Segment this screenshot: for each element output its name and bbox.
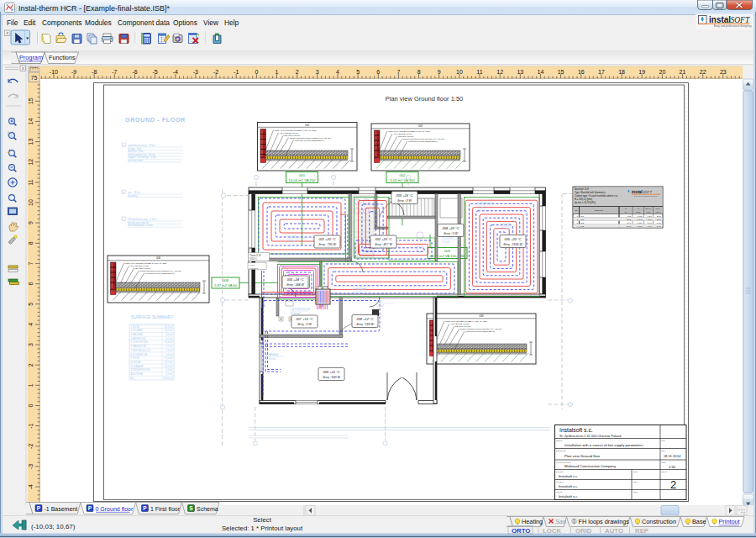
svg-text:ϑreq : 159 W: ϑreq : 159 W bbox=[356, 323, 374, 326]
svg-text:2,9 m2: 2,9 m2 bbox=[165, 353, 173, 356]
svg-text:17: 17 bbox=[598, 69, 605, 75]
svg-text:98,4: 98,4 bbox=[627, 222, 631, 224]
svg-text:*concrete cellular lightweight: *concrete cellular lightweight 60 bbox=[144, 272, 175, 275]
svg-text:31,4 m2: 31,4 m2 bbox=[501, 227, 510, 230]
svg-text:dp R: dp R bbox=[656, 208, 660, 209]
svg-text:006: 006 bbox=[444, 249, 451, 253]
svg-text:002 +20 °C: 002 +20 °C bbox=[375, 237, 391, 241]
svg-text:28,3 m2: 28,3 m2 bbox=[288, 240, 297, 243]
svg-text:12,2 m2: 12,2 m2 bbox=[165, 361, 173, 364]
svg-text:2,1 m2: 2,1 m2 bbox=[442, 240, 450, 244]
svg-text:28,3 m2: 28,3 m2 bbox=[165, 325, 173, 329]
svg-text:Select: Select bbox=[253, 516, 272, 524]
svg-text:pressure band: pressure band bbox=[128, 159, 143, 162]
svg-text:172,0 m2: 172,0 m2 bbox=[163, 377, 173, 380]
svg-text:ϑreq : 0 W: ϑreq : 0 W bbox=[297, 323, 312, 326]
svg-text:1,98: 1,98 bbox=[657, 225, 661, 228]
svg-text:14: 14 bbox=[538, 69, 544, 75]
svg-text:18: 18 bbox=[618, 69, 625, 75]
svg-text:ϑreq : 530 W: ϑreq : 530 W bbox=[323, 376, 340, 379]
svg-text:Designed: Designed bbox=[556, 471, 564, 472]
svg-text:5 LIVING ROOM: 5 LIVING ROOM bbox=[131, 340, 149, 344]
svg-text:Cabinet type: On-wall manifold: Cabinet type: On-wall manifold cabinet n… bbox=[575, 194, 619, 198]
svg-text:9: 9 bbox=[28, 221, 34, 224]
svg-text:7 VESTIBULE+CLO: 7 VESTIBULE+CLO bbox=[131, 349, 151, 352]
svg-text:001: 001 bbox=[299, 173, 306, 177]
svg-text:SOFT: SOFT bbox=[731, 16, 750, 24]
svg-text:Instalsoft s.c.: Instalsoft s.c. bbox=[559, 474, 578, 478]
svg-text:-2: -2 bbox=[213, 69, 218, 75]
svg-text:5: 5 bbox=[356, 69, 360, 75]
svg-text:7: 7 bbox=[28, 261, 34, 265]
svg-text:ϑreq : 1535 W: ϑreq : 1535 W bbox=[503, 243, 522, 246]
svg-text:SURFACE SUMMARY: SURFACE SUMMARY bbox=[131, 314, 174, 319]
svg-text:instal: instal bbox=[632, 190, 643, 194]
svg-text:Functions: Functions bbox=[49, 54, 76, 61]
svg-text:12: 12 bbox=[28, 159, 34, 166]
svg-text:P: P bbox=[88, 505, 92, 511]
svg-text:23: 23 bbox=[720, 69, 727, 75]
svg-text:15,0 m2: 15,0 m2 bbox=[165, 356, 173, 360]
svg-text:002: 002 bbox=[580, 222, 585, 224]
svg-text:Base: Base bbox=[692, 518, 706, 525]
svg-text:001 +20 °C: 001 +20 °C bbox=[318, 237, 335, 241]
svg-text:11 GARAGE: 11 GARAGE bbox=[131, 365, 144, 368]
svg-text:6: 6 bbox=[376, 69, 380, 75]
svg-text:-1: -1 bbox=[234, 69, 239, 75]
svg-text:7: 7 bbox=[396, 69, 400, 75]
svg-text:Printout: Printout bbox=[719, 518, 740, 525]
svg-text:Component data: Component data bbox=[118, 18, 170, 27]
svg-text:31,04 m2: 31,04 m2 bbox=[265, 357, 276, 361]
svg-text:7,3 m2: 7,3 m2 bbox=[165, 349, 173, 352]
svg-text:Instalsoft s.c.: Instalsoft s.c. bbox=[559, 494, 578, 498]
svg-text:0,98: 0,98 bbox=[657, 222, 661, 224]
svg-text:[mm]: [mm] bbox=[646, 211, 650, 213]
svg-text:Sign.: Sign. bbox=[633, 471, 638, 472]
svg-text:-5: -5 bbox=[152, 69, 157, 75]
svg-text:0,143: 0,143 bbox=[638, 219, 643, 221]
svg-text:Instal-therm HCR - [Example-fi: Instal-therm HCR - [Example-final-state.… bbox=[18, 4, 171, 13]
svg-text:0,087: 0,087 bbox=[638, 222, 643, 224]
svg-text:002: 002 bbox=[418, 124, 423, 128]
svg-text:006: 006 bbox=[156, 256, 160, 260]
svg-text:-4: -4 bbox=[28, 484, 34, 489]
svg-text:15: 15 bbox=[558, 69, 564, 75]
svg-text:4 BATHROOM: 4 BATHROOM bbox=[477, 202, 494, 205]
svg-text:Installation with a source of: Installation with a source of low supply… bbox=[564, 443, 643, 447]
svg-text:4 BATHROOM: 4 BATHROOM bbox=[131, 337, 146, 340]
svg-text:*concrete cellular lightweight: *concrete cellular lightweight 60 bbox=[408, 140, 438, 143]
svg-text:21: 21 bbox=[680, 69, 686, 75]
svg-text:Q: Q bbox=[625, 208, 627, 209]
svg-text:008 +12 °C: 008 +12 °C bbox=[356, 317, 373, 321]
svg-text:Therm-X 30: Therm-X 30 bbox=[249, 254, 261, 257]
svg-text:6 WASHROOM: 6 WASHROOM bbox=[131, 345, 147, 348]
svg-text:B: B bbox=[280, 318, 281, 321]
svg-text:*concrete cellular lightweight: *concrete cellular lightweight 60 bbox=[294, 140, 324, 142]
svg-text:0: 0 bbox=[28, 404, 34, 407]
svg-text:1,7 m2: 1,7 m2 bbox=[376, 304, 385, 308]
svg-text:2,87 m2 VA 60: 2,87 m2 VA 60 bbox=[214, 283, 238, 287]
svg-text:distribution pipe +2 floor: distribution pipe +2 floor bbox=[128, 224, 153, 227]
svg-text:AUTO: AUTO bbox=[605, 527, 623, 535]
svg-text:Project Developer: Project Developer bbox=[556, 462, 571, 463]
svg-text:2: 2 bbox=[296, 69, 299, 75]
svg-text:Schema: Schema bbox=[197, 506, 218, 512]
svg-text:1 First floor: 1 First floor bbox=[150, 506, 181, 512]
svg-text:4: 4 bbox=[336, 69, 339, 75]
svg-text:-10: -10 bbox=[50, 69, 58, 75]
svg-text:9 ROOM: 9 ROOM bbox=[501, 223, 511, 226]
svg-text:Sign.: Sign. bbox=[633, 491, 638, 493]
svg-text:Manifold: DCF: Manifold: DCF bbox=[575, 187, 590, 191]
svg-text:6: 6 bbox=[28, 282, 34, 286]
svg-text:1672: 1672 bbox=[627, 219, 632, 221]
svg-text:-3: -3 bbox=[28, 464, 34, 469]
svg-text:P4B 3,2/8: P4B 3,2/8 bbox=[249, 267, 259, 270]
svg-text:-6: -6 bbox=[132, 69, 137, 75]
svg-text:0,90: 0,90 bbox=[648, 222, 652, 224]
svg-text:9,6 m2: 9,6 m2 bbox=[165, 333, 173, 336]
svg-text:713: 713 bbox=[627, 215, 632, 218]
svg-text:S: S bbox=[189, 505, 193, 511]
svg-text:9 ROOM: 9 ROOM bbox=[131, 356, 140, 360]
svg-text:-7: -7 bbox=[112, 69, 117, 75]
svg-text:5 WC: 5 WC bbox=[376, 300, 383, 303]
